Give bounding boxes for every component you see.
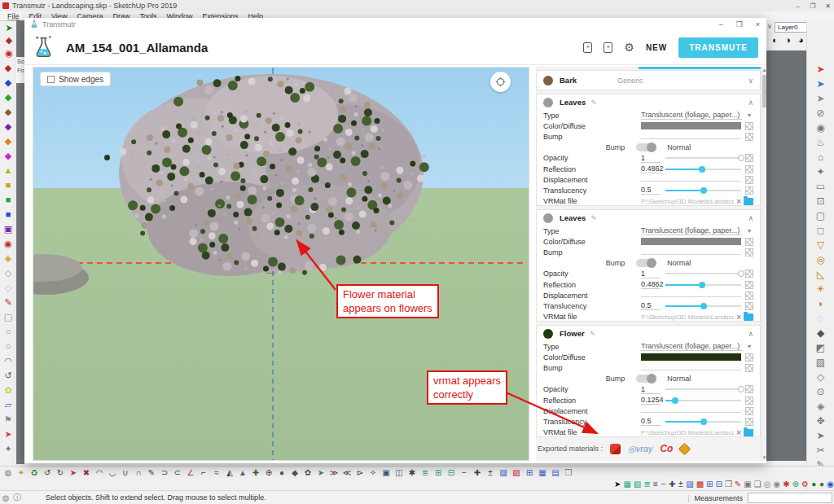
style-icon[interactable]: ◑: [783, 36, 793, 45]
plugin-tool-icon[interactable]: ◉: [0, 236, 16, 251]
opacity-slider[interactable]: [665, 273, 741, 274]
menu-item[interactable]: File: [3, 12, 24, 20]
dialog-close-button[interactable]: ×: [756, 20, 760, 28]
tool-icon[interactable]: ●: [811, 480, 817, 489]
clear-icon[interactable]: ×: [736, 313, 741, 322]
texture-slot-icon[interactable]: [745, 176, 753, 184]
reflection-slider[interactable]: [665, 169, 741, 170]
plugin-tool-icon[interactable]: ○: [0, 324, 16, 339]
texture-slot-icon[interactable]: [745, 281, 753, 289]
translucency-value[interactable]: 0.5: [641, 186, 661, 195]
chevron-down-icon[interactable]: ∨: [767, 23, 772, 30]
material-section-header[interactable]: Leaves ✎ ∧: [543, 94, 753, 110]
opacity-value[interactable]: 1: [641, 154, 661, 163]
tool-icon[interactable]: ✱: [783, 480, 789, 489]
tool-icon[interactable]: ◆: [0, 34, 18, 46]
plugin-tool-icon[interactable]: ■: [0, 192, 16, 207]
tool-icon[interactable]: ≡: [653, 480, 659, 489]
tool-icon[interactable]: ❐: [725, 480, 732, 489]
tool-icon[interactable]: ±: [485, 469, 495, 477]
chevron-up-icon[interactable]: ∧: [748, 330, 753, 338]
tool-icon[interactable]: ▩: [696, 480, 704, 489]
edit-pencil-icon[interactable]: ✎: [590, 330, 596, 338]
tool-icon[interactable]: ➤: [807, 62, 834, 77]
plugin-tool-icon[interactable]: ◆: [0, 90, 16, 104]
window-close-button[interactable]: ✕: [825, 2, 831, 10]
chevron-down-icon[interactable]: ∨: [748, 77, 753, 85]
tool-icon[interactable]: ∠: [186, 469, 195, 477]
panel-scrollbar[interactable]: ▲ ▼: [761, 67, 766, 461]
tool-icon[interactable]: −: [459, 469, 469, 477]
tool-icon[interactable]: ⊙: [807, 384, 834, 399]
tool-icon[interactable]: ✥: [807, 414, 834, 428]
plugin-tool-icon[interactable]: ■: [0, 177, 16, 192]
plugin-tool-icon[interactable]: ◈: [0, 251, 16, 265]
texture-slot-icon[interactable]: [745, 186, 753, 195]
tool-icon[interactable]: ◎: [807, 252, 834, 267]
tool-icon[interactable]: ▽: [807, 238, 834, 252]
texture-slot-icon[interactable]: [745, 397, 753, 405]
tool-icon[interactable]: ⊞: [706, 480, 713, 489]
tool-icon[interactable]: ➤: [68, 469, 78, 477]
tool-icon[interactable]: ⊳: [355, 469, 365, 477]
dialog-minimize-button[interactable]: –: [719, 20, 723, 28]
plugin-tool-icon[interactable]: ◆: [0, 148, 16, 163]
plugin-tool-icon[interactable]: ◇: [0, 280, 16, 295]
folder-icon[interactable]: [744, 429, 753, 436]
tool-icon[interactable]: ●: [277, 469, 287, 477]
bump-normal-switch[interactable]: [636, 143, 656, 151]
tool-icon[interactable]: ▨: [498, 469, 508, 477]
tool-icon[interactable]: ❐: [564, 469, 573, 477]
texture-slot-icon[interactable]: [745, 122, 753, 130]
translucency-slider[interactable]: [665, 421, 741, 423]
texture-slot-icon[interactable]: [745, 133, 753, 141]
tool-icon[interactable]: ➤: [614, 480, 621, 489]
tool-icon[interactable]: ⊂: [173, 469, 182, 477]
tool-icon[interactable]: ◍: [3, 469, 13, 477]
tool-icon[interactable]: ▦: [538, 469, 547, 477]
plugin-tool-icon[interactable]: ➤: [0, 427, 16, 441]
tool-icon[interactable]: ⊃: [160, 469, 169, 477]
plugin-tool-icon[interactable]: ◆: [0, 75, 16, 90]
tool-icon[interactable]: ⊟: [715, 480, 722, 489]
translucency-value[interactable]: 0.5: [641, 417, 661, 426]
window-maximize-button[interactable]: ❐: [810, 2, 815, 10]
dropdown-caret-icon[interactable]: ▾: [745, 112, 753, 119]
bump-normal-switch[interactable]: [636, 375, 656, 383]
tool-icon[interactable]: ✱: [407, 469, 417, 477]
tool-icon[interactable]: ➤: [807, 91, 834, 106]
tool-icon[interactable]: ✎: [147, 469, 156, 477]
scroll-up-icon[interactable]: ▲: [762, 68, 767, 72]
dialog-maximize-button[interactable]: ❐: [736, 20, 743, 28]
plugin-tool-icon[interactable]: ✎: [0, 295, 16, 309]
tool-icon[interactable]: ◻: [807, 223, 834, 238]
tool-icon[interactable]: ∩: [134, 469, 143, 477]
tool-icon[interactable]: ●: [819, 480, 825, 489]
transmute-button[interactable]: TRANSMUTE: [678, 37, 758, 58]
tool-icon[interactable]: ◇: [807, 370, 834, 384]
reflection-value[interactable]: 0.4862: [641, 280, 661, 289]
tool-icon[interactable]: ≣: [643, 480, 650, 489]
measurements-input[interactable]: [748, 493, 832, 503]
tool-icon[interactable]: ↻: [55, 469, 65, 477]
tool-icon[interactable]: ◠: [94, 469, 104, 477]
scrollbar-thumb[interactable]: [762, 75, 766, 107]
material-section-header[interactable]: Leaves ✎ ∧: [543, 210, 753, 226]
settings-gear-icon[interactable]: ⚙: [624, 42, 634, 53]
tray-tab[interactable]: Sce: [17, 57, 24, 66]
texture-slot-icon[interactable]: [745, 407, 753, 415]
texture-slot-icon[interactable]: [745, 270, 753, 278]
tool-icon[interactable]: ◉: [827, 480, 834, 489]
style-icon[interactable]: ◕: [796, 36, 806, 45]
tool-icon[interactable]: ◡: [108, 469, 117, 477]
tool-icon[interactable]: ∪: [121, 469, 130, 477]
tool-icon[interactable]: ✦: [16, 469, 26, 477]
help-icon[interactable]: ⓘ: [11, 492, 23, 503]
opacity-value[interactable]: 1: [641, 270, 661, 278]
plugin-tool-icon[interactable]: ◆: [0, 104, 16, 119]
tool-icon[interactable]: ▢: [807, 208, 834, 223]
tool-icon[interactable]: ✧: [368, 469, 378, 477]
texture-slot-icon[interactable]: [745, 364, 753, 372]
tool-icon[interactable]: ▲: [238, 469, 248, 477]
tool-icon[interactable]: ▧: [511, 469, 521, 477]
